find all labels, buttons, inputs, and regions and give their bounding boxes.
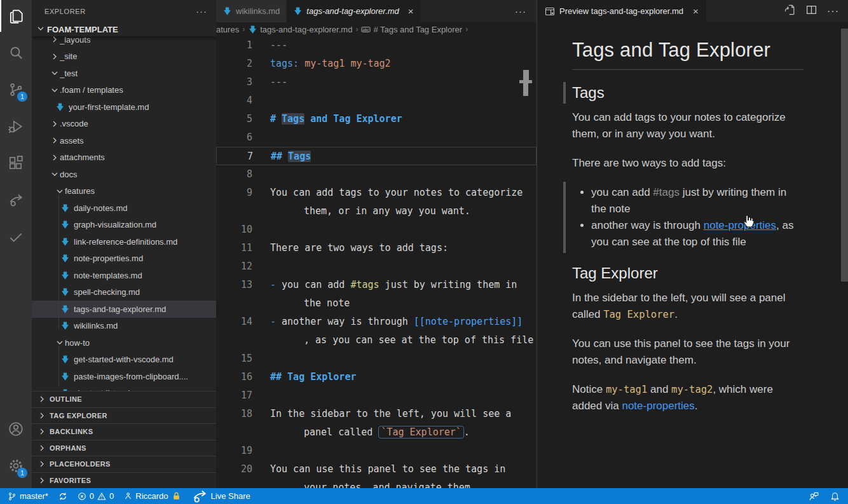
overview-ruler-mark <box>523 70 529 81</box>
git-branch-status[interactable]: master* <box>8 491 48 501</box>
close-icon[interactable]: × <box>693 6 699 17</box>
tree-item-wikilinks-md[interactable]: wikilinks.md <box>32 318 216 335</box>
tree-item-note-properties-md[interactable]: note-properties.md <box>32 250 216 268</box>
tree-item-note-templates-md[interactable]: note-templates.md <box>32 267 216 284</box>
line-number <box>216 294 252 313</box>
code-line: 20You can use this panel to see the tags… <box>216 460 537 479</box>
token-key: tags: <box>270 58 299 69</box>
tree-item-daily-notes-md[interactable]: daily-notes.md <box>32 200 216 217</box>
indent-guide <box>58 346 59 386</box>
token-txt: You can use this panel to see the tags i… <box>270 463 505 475</box>
panel-orphans[interactable]: ORPHANS <box>32 440 216 456</box>
activity-settings[interactable]: 1 <box>0 450 32 482</box>
debug-icon <box>8 118 24 135</box>
tree-item-get-started-with-vscode-md[interactable]: get-started-with-vscode.md <box>32 351 216 369</box>
tree-item--foam-templates[interactable]: .foam / templates <box>32 82 216 99</box>
text-run: Notice <box>572 383 606 395</box>
activity-files[interactable] <box>0 0 32 32</box>
status-label: Live Share <box>211 491 250 501</box>
svg-text:abc: abc <box>362 27 369 31</box>
feedback-status[interactable] <box>808 491 819 502</box>
tree-item--test[interactable]: _test <box>32 65 216 82</box>
breadcrumb-label: # Tags and Tag Explorer <box>373 25 462 34</box>
tree-item-features[interactable]: features <box>32 183 216 200</box>
token-bullet: - <box>270 316 282 327</box>
chevron-right-icon <box>50 135 60 146</box>
token-txt: There are two ways to add tags: <box>270 242 448 254</box>
tab-wikilinks-md[interactable]: wikilinks.md <box>216 0 287 22</box>
line-number: 13 <box>216 276 252 294</box>
panel-placeholders[interactable]: PLACEHOLDERS <box>32 456 216 472</box>
tree-item-your-first-template-md[interactable]: your-first-template.md <box>32 99 216 116</box>
tree-item-label: get-started-with-vscode.md <box>74 355 174 364</box>
tree-item-spell-checking-md[interactable]: spell-checking.md <box>32 284 216 301</box>
code-line: 4 <box>216 92 537 110</box>
live-share-session[interactable]: Riccardo <box>124 491 181 501</box>
breadcrumb-item[interactable]: atures <box>216 25 239 34</box>
tab-tags-and-tag-explorer-md[interactable]: tags-and-tag-explorer.md× <box>287 0 420 22</box>
token-txt: your notes, and navigate them. <box>304 482 476 488</box>
tree-item-attachments[interactable]: attachments <box>32 149 216 167</box>
activity-check[interactable] <box>0 221 32 253</box>
breadcrumb[interactable]: atures›tags-and-tag-explorer.md›abc# Tag… <box>216 22 537 36</box>
activity-search[interactable] <box>0 37 32 69</box>
code-text: # Tags and Tag Explorer <box>252 110 402 128</box>
sidebar-header: EXPLORER ··· <box>32 0 216 22</box>
problems-status[interactable]: 00 <box>78 491 114 501</box>
notifications-bell[interactable] <box>830 491 840 501</box>
split-editor-button[interactable] <box>806 4 817 18</box>
status-bar-left: master*00RiccardoLive Share <box>8 488 250 504</box>
workspace-section-header[interactable]: FOAM-TEMPLATE <box>32 22 216 36</box>
extensions-icon <box>8 155 24 172</box>
tab-label: tags-and-tag-explorer.md <box>306 6 399 16</box>
file-tree: _layouts_site_test.foam / templatesyour-… <box>32 36 216 391</box>
chevron-right-icon <box>37 394 47 404</box>
activity-live-share[interactable] <box>0 184 32 216</box>
code-text: - another way is through [[note-properti… <box>252 313 523 331</box>
breadcrumb-item[interactable]: abc# Tags and Tag Explorer <box>361 25 462 34</box>
panel-tag-explorer[interactable]: TAG EXPLORER <box>32 407 216 424</box>
tree-item-label: .foam / templates <box>60 85 123 95</box>
line-number: 19 <box>216 442 252 460</box>
foam-file-icon <box>60 304 70 314</box>
panel-outline[interactable]: OUTLINE <box>32 391 216 407</box>
tab-bar-more-actions[interactable]: ··· <box>505 0 537 22</box>
tree-item--layouts[interactable]: _layouts <box>32 36 216 48</box>
breadcrumb-separator-icon: › <box>242 25 245 34</box>
code-line: 11There are two ways to add tags: <box>216 239 537 257</box>
activity-account[interactable] <box>0 413 32 445</box>
panel-backlinks[interactable]: BACKLINKS <box>32 423 216 440</box>
token-str: my-tag1 my-tag2 <box>304 58 390 69</box>
tree-item--site[interactable]: _site <box>32 48 216 65</box>
tree-item-link-reference-definitions-md[interactable]: link-reference-definitions.md <box>32 233 216 250</box>
preview-link[interactable]: note-properties <box>622 400 694 412</box>
tree-item-label: your-first-template.md <box>69 102 149 112</box>
preview-link[interactable]: note-properties <box>704 219 776 231</box>
tree-item-graph-visualization-md[interactable]: graph-visualization.md <box>32 217 216 234</box>
close-icon[interactable]: × <box>408 6 414 17</box>
code-text: ## Tag Explorer <box>252 368 356 386</box>
tree-item-shortcut-list-md[interactable]: shortcut-list.md <box>32 385 216 392</box>
tree-item--vscode[interactable]: .vscode <box>32 116 216 133</box>
token-meta: --- <box>270 39 287 51</box>
live-share-button[interactable]: Live Share <box>191 488 250 504</box>
sync-status[interactable] <box>58 492 67 501</box>
tree-item-paste-images-from-clipboard-[interactable]: paste-images-from-clipboard.... <box>32 368 216 385</box>
code-editor[interactable]: 1---2tags: my-tag1 my-tag23---45# Tags a… <box>216 36 537 488</box>
open-file-button[interactable] <box>784 4 796 18</box>
preview-more-actions[interactable]: ··· <box>827 6 839 17</box>
tree-item-tags-and-tag-explorer-md[interactable]: tags-and-tag-explorer.md <box>32 301 216 318</box>
token-txt: In the sidebar to the left, you will see… <box>270 408 511 419</box>
tree-item-docs[interactable]: docs <box>32 166 216 183</box>
preview-scrollbar[interactable] <box>841 29 848 282</box>
preview-tab[interactable]: Preview tags-and-tag-explorer.md × <box>537 0 706 22</box>
activity-extensions[interactable] <box>0 147 32 179</box>
panel-favorites[interactable]: FAVORITES <box>32 472 216 489</box>
tree-item-how-to[interactable]: how-to <box>32 334 216 351</box>
breadcrumb-item[interactable]: tags-and-tag-explorer.md <box>248 25 352 34</box>
activity-debug[interactable] <box>0 111 32 142</box>
token-txt: them, or in any way you want. <box>304 205 470 217</box>
activity-source-control[interactable]: 1 <box>0 74 32 106</box>
sidebar-more-actions[interactable]: ··· <box>196 6 207 17</box>
tree-item-assets[interactable]: assets <box>32 132 216 149</box>
